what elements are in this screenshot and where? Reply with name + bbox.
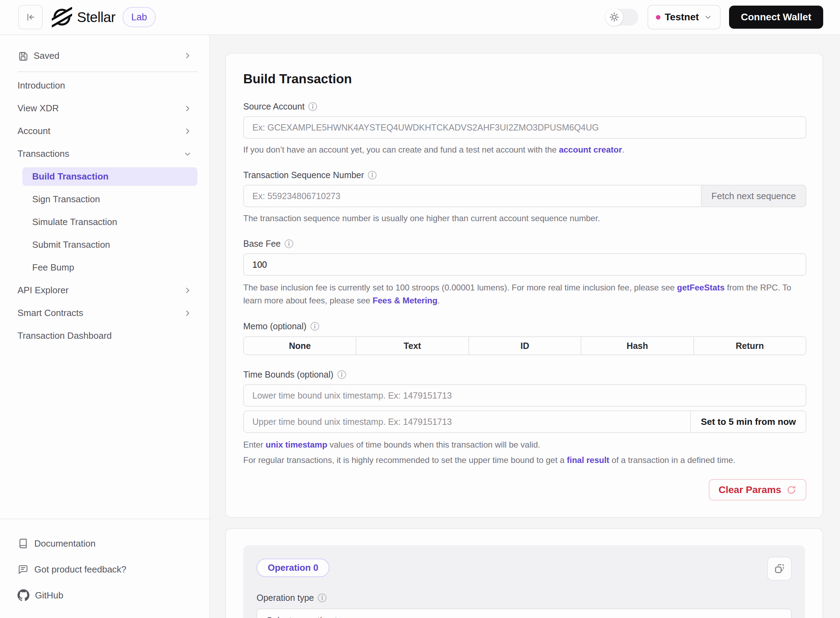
sidebar-item-transactions[interactable]: Transactions [18, 143, 198, 165]
time-bounds-label-row: Time Bounds (optional) [243, 369, 806, 380]
sequence-number-input[interactable] [244, 186, 701, 206]
operation-0-panel: Operation 0 Operation type Select operat… [243, 545, 805, 618]
sidebar-item-fee-bump[interactable]: Fee Bump [18, 256, 198, 279]
sidebar-item-label: Transactions [18, 149, 69, 159]
github-icon [18, 589, 30, 601]
source-account-input[interactable] [244, 117, 806, 138]
sidebar-item-api-explorer[interactable]: API Explorer [18, 279, 198, 302]
info-icon[interactable] [284, 239, 294, 248]
account-creator-link[interactable]: account creator [559, 145, 622, 154]
fetch-next-sequence-button[interactable]: Fetch next sequence [701, 186, 806, 206]
base-fee-help: The base inclusion fee is currently set … [243, 281, 806, 307]
help-text: If you don’t have an account yet, you ca… [243, 145, 559, 154]
memo-tab-none[interactable]: None [244, 337, 355, 355]
help-text: values of time bounds when this transact… [327, 440, 540, 449]
info-icon[interactable] [308, 102, 317, 111]
memo-tab-hash[interactable]: Hash [581, 337, 693, 355]
sidebar-item-label: Transaction Dashboard [18, 330, 112, 341]
sequence-number-label-row: Transaction Sequence Number [243, 170, 806, 180]
sequence-number-field: Fetch next sequence [243, 185, 806, 207]
base-fee-input[interactable] [244, 254, 806, 275]
lower-time-bound-field [243, 384, 806, 407]
network-label: Testnet [665, 12, 699, 23]
page-title: Build Transaction [243, 70, 806, 89]
sidebar-item-label: Simulate Transaction [32, 217, 117, 227]
stellar-logo-icon [52, 7, 72, 27]
sidebar-item-label: Documentation [34, 538, 95, 549]
network-select[interactable]: Testnet [648, 5, 721, 30]
sidebar-item-feedback[interactable]: Got product feedback? [18, 556, 192, 582]
sidebar-item-label: Saved [34, 51, 59, 61]
sidebar-item-saved[interactable]: Saved [18, 48, 198, 64]
sidebar-item-build-transaction[interactable]: Build Transaction [22, 167, 198, 186]
source-account-label-row: Source Account [243, 101, 806, 111]
memo-tab-return[interactable]: Return [693, 337, 806, 355]
memo-type-tabs: None Text ID Hash Return [243, 336, 806, 355]
unix-timestamp-link[interactable]: unix timestamp [266, 440, 327, 449]
chevron-right-icon [183, 52, 192, 60]
sidebar-item-label: Sign Transaction [32, 194, 100, 205]
sidebar-item-sign-transaction[interactable]: Sign Transaction [18, 188, 198, 211]
copy-icon [773, 562, 786, 575]
final-result-link[interactable]: final result [567, 455, 610, 465]
chevron-right-icon [183, 309, 192, 317]
source-account-label: Source Account [243, 101, 305, 111]
duplicate-operation-button[interactable] [767, 557, 792, 581]
base-fee-field [243, 253, 806, 276]
info-icon[interactable] [310, 322, 320, 331]
sidebar-item-label: Got product feedback? [34, 564, 126, 575]
sidebar-item-smart-contracts[interactable]: Smart Contracts [18, 302, 198, 324]
help-text: . [437, 296, 440, 305]
operation-type-label: Operation type [257, 593, 314, 603]
sidebar-item-label: View XDR [18, 103, 59, 114]
sidebar-divider [18, 71, 198, 72]
memo-label: Memo (optional) [243, 321, 306, 331]
sidebar-item-simulate-transaction[interactable]: Simulate Transaction [18, 211, 198, 233]
sidebar-item-submit-transaction[interactable]: Submit Transaction [18, 233, 198, 256]
getfeestats-link[interactable]: getFeeStats [677, 283, 724, 292]
theme-toggle[interactable] [605, 9, 638, 25]
book-icon [18, 538, 29, 549]
sidebar-item-documentation[interactable]: Documentation [18, 530, 192, 556]
help-text: of a transaction in a defined time. [610, 455, 735, 465]
memo-label-row: Memo (optional) [243, 321, 806, 331]
clear-params-button[interactable]: Clear Params [709, 479, 806, 501]
main-content: Build Transaction Source Account If you … [210, 35, 840, 618]
clear-params-label: Clear Params [718, 484, 781, 496]
build-transaction-card: Build Transaction Source Account If you … [225, 53, 823, 518]
info-icon[interactable] [337, 370, 346, 379]
upper-time-bound-input[interactable] [244, 411, 690, 432]
help-text: . [622, 145, 624, 154]
save-icon [18, 50, 29, 61]
set-5-min-button[interactable]: Set to 5 min from now [690, 411, 806, 432]
source-account-field [243, 116, 806, 138]
sidebar-item-label: Introduction [18, 80, 65, 91]
sidebar-item-label: API Explorer [18, 285, 68, 296]
fees-metering-link[interactable]: Fees & Metering [373, 296, 437, 305]
collapse-sidebar-icon [24, 11, 36, 23]
sidebar-item-label: Submit Transaction [32, 239, 110, 250]
operations-card: Operation 0 Operation type Select operat… [225, 528, 823, 618]
time-bounds-label: Time Bounds (optional) [243, 370, 333, 380]
sidebar-item-account[interactable]: Account [18, 120, 198, 143]
collapse-sidebar-button[interactable] [18, 5, 43, 30]
memo-tab-id[interactable]: ID [468, 337, 581, 355]
sidebar-item-transaction-dashboard[interactable]: Transaction Dashboard [18, 324, 198, 347]
sidebar-item-view-xdr[interactable]: View XDR [18, 97, 198, 120]
feedback-bubble-icon [18, 564, 29, 575]
info-icon[interactable] [367, 171, 377, 180]
sidebar-item-label: Account [18, 126, 51, 137]
sidebar-item-github[interactable]: GitHub [18, 582, 192, 608]
sidebar-item-introduction[interactable]: Introduction [18, 74, 198, 97]
sidebar: Saved Introduction View XDR Account Tran… [0, 35, 210, 618]
operation-type-select[interactable]: Select operation type [257, 609, 792, 618]
memo-tab-text[interactable]: Text [355, 337, 468, 355]
lower-time-bound-input[interactable] [244, 385, 806, 406]
sidebar-item-label: Fee Bump [32, 262, 74, 273]
info-icon[interactable] [317, 593, 327, 603]
operation-type-label-row: Operation type [257, 593, 792, 603]
chevron-right-icon [183, 286, 192, 295]
connect-wallet-button[interactable]: Connect Wallet [729, 6, 823, 29]
operation-type-select-value: Select operation type [266, 615, 352, 618]
source-account-help: If you don’t have an account yet, you ca… [243, 144, 806, 156]
